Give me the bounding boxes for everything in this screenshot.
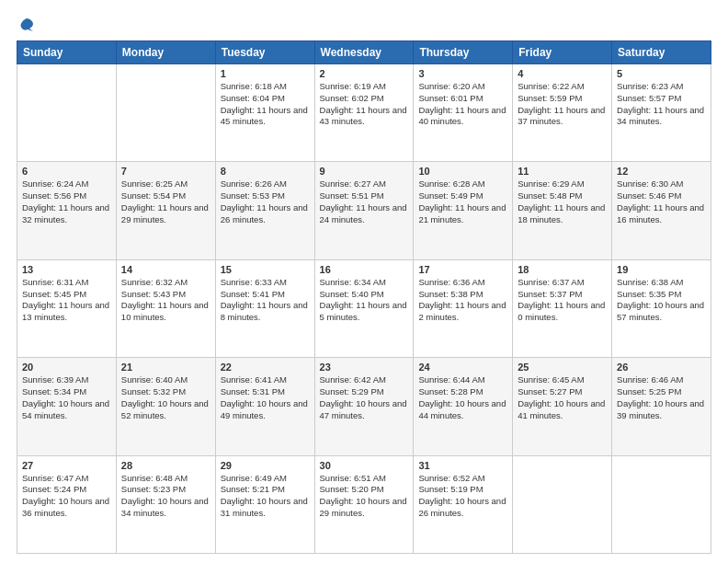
day-of-week-header: Thursday xyxy=(414,41,513,64)
day-info: Daylight: 10 hours and 29 minutes. xyxy=(320,496,409,520)
day-info: Daylight: 10 hours and 44 minutes. xyxy=(418,398,507,422)
day-of-week-header: Friday xyxy=(513,41,612,64)
calendar-week-row: 20Sunrise: 6:39 AMSunset: 5:34 PMDayligh… xyxy=(17,358,711,455)
day-of-week-header: Sunday xyxy=(17,41,117,64)
day-number: 12 xyxy=(617,166,706,177)
day-info: Sunrise: 6:18 AM xyxy=(221,81,310,93)
day-info: Daylight: 10 hours and 57 minutes. xyxy=(617,300,706,324)
calendar-day-cell: 12Sunrise: 6:30 AMSunset: 5:46 PMDayligh… xyxy=(612,162,711,259)
day-info: Daylight: 10 hours and 47 minutes. xyxy=(320,398,409,422)
day-info: Sunrise: 6:22 AM xyxy=(518,81,607,93)
day-info: Sunrise: 6:36 AM xyxy=(418,277,507,289)
day-info: Sunset: 6:04 PM xyxy=(221,93,310,105)
day-info: Sunrise: 6:49 AM xyxy=(221,473,310,485)
day-info: Sunset: 5:23 PM xyxy=(121,484,210,496)
day-number: 25 xyxy=(518,362,607,373)
calendar-day-cell: 1Sunrise: 6:18 AMSunset: 6:04 PMDaylight… xyxy=(215,64,314,162)
calendar-day-cell: 10Sunrise: 6:28 AMSunset: 5:49 PMDayligh… xyxy=(414,162,513,259)
day-info: Daylight: 10 hours and 36 minutes. xyxy=(22,496,111,520)
day-info: Daylight: 10 hours and 34 minutes. xyxy=(121,496,210,520)
day-info: Daylight: 11 hours and 45 minutes. xyxy=(221,105,310,129)
day-number: 19 xyxy=(617,264,706,275)
calendar-day-cell: 6Sunrise: 6:24 AMSunset: 5:56 PMDaylight… xyxy=(17,162,117,259)
calendar-day-cell xyxy=(513,455,612,553)
day-info: Sunset: 5:25 PM xyxy=(617,386,706,398)
calendar-day-cell: 18Sunrise: 6:37 AMSunset: 5:37 PMDayligh… xyxy=(513,259,612,357)
day-info: Daylight: 11 hours and 34 minutes. xyxy=(617,105,706,129)
day-info: Sunset: 5:37 PM xyxy=(518,289,607,301)
day-info: Sunset: 5:31 PM xyxy=(221,386,310,398)
day-info: Sunset: 5:19 PM xyxy=(418,484,507,496)
day-info: Sunrise: 6:25 AM xyxy=(121,178,210,190)
day-number: 4 xyxy=(518,68,607,79)
day-info: Sunset: 5:27 PM xyxy=(518,386,607,398)
day-info: Sunrise: 6:31 AM xyxy=(22,277,111,289)
day-info: Sunrise: 6:26 AM xyxy=(221,178,310,190)
day-number: 31 xyxy=(418,460,507,471)
calendar-day-cell xyxy=(17,64,117,162)
day-info: Daylight: 11 hours and 8 minutes. xyxy=(221,300,310,324)
day-info: Sunrise: 6:38 AM xyxy=(617,277,706,289)
day-info: Sunset: 5:43 PM xyxy=(121,289,210,301)
day-info: Sunrise: 6:33 AM xyxy=(221,277,310,289)
day-info: Sunrise: 6:48 AM xyxy=(121,473,210,485)
day-number: 28 xyxy=(121,460,210,471)
day-info: Sunrise: 6:24 AM xyxy=(22,178,111,190)
day-info: Sunset: 5:59 PM xyxy=(518,93,607,105)
day-number: 20 xyxy=(22,362,111,373)
calendar-day-cell: 7Sunrise: 6:25 AMSunset: 5:54 PMDaylight… xyxy=(116,162,215,259)
calendar-week-row: 27Sunrise: 6:47 AMSunset: 5:24 PMDayligh… xyxy=(17,455,711,553)
day-info: Sunset: 5:40 PM xyxy=(320,289,409,301)
day-number: 13 xyxy=(22,264,111,275)
page: SundayMondayTuesdayWednesdayThursdayFrid… xyxy=(0,0,728,563)
day-info: Sunset: 5:20 PM xyxy=(320,484,409,496)
day-info: Sunrise: 6:42 AM xyxy=(320,374,409,386)
calendar-day-cell: 8Sunrise: 6:26 AMSunset: 5:53 PMDaylight… xyxy=(215,162,314,259)
calendar-day-cell: 16Sunrise: 6:34 AMSunset: 5:40 PMDayligh… xyxy=(314,259,414,357)
day-info: Daylight: 10 hours and 41 minutes. xyxy=(518,398,607,422)
day-number: 3 xyxy=(418,68,507,79)
day-info: Daylight: 11 hours and 0 minutes. xyxy=(518,300,607,324)
day-info: Daylight: 10 hours and 39 minutes. xyxy=(617,398,706,422)
day-info: Sunrise: 6:30 AM xyxy=(617,178,706,190)
day-info: Sunrise: 6:28 AM xyxy=(418,178,507,190)
day-info: Sunset: 5:24 PM xyxy=(22,484,111,496)
day-info: Sunset: 5:51 PM xyxy=(320,190,409,202)
day-number: 10 xyxy=(418,166,507,177)
day-number: 11 xyxy=(518,166,607,177)
calendar-day-cell: 11Sunrise: 6:29 AMSunset: 5:48 PMDayligh… xyxy=(513,162,612,259)
calendar-week-row: 13Sunrise: 6:31 AMSunset: 5:45 PMDayligh… xyxy=(17,259,711,357)
day-number: 8 xyxy=(221,166,310,177)
calendar-header-row: SundayMondayTuesdayWednesdayThursdayFrid… xyxy=(17,41,711,64)
day-info: Sunset: 6:02 PM xyxy=(320,93,409,105)
day-info: Sunrise: 6:19 AM xyxy=(320,81,409,93)
day-info: Daylight: 10 hours and 49 minutes. xyxy=(221,398,310,422)
calendar-week-row: 6Sunrise: 6:24 AMSunset: 5:56 PMDaylight… xyxy=(17,162,711,259)
calendar-day-cell: 13Sunrise: 6:31 AMSunset: 5:45 PMDayligh… xyxy=(17,259,117,357)
header xyxy=(17,17,711,31)
day-number: 17 xyxy=(418,264,507,275)
day-info: Sunset: 6:01 PM xyxy=(418,93,507,105)
day-info: Sunset: 5:56 PM xyxy=(22,190,111,202)
day-info: Sunset: 5:46 PM xyxy=(617,190,706,202)
calendar-day-cell: 5Sunrise: 6:23 AMSunset: 5:57 PMDaylight… xyxy=(612,64,711,162)
day-info: Sunset: 5:54 PM xyxy=(121,190,210,202)
calendar-day-cell: 2Sunrise: 6:19 AMSunset: 6:02 PMDaylight… xyxy=(314,64,414,162)
day-info: Sunrise: 6:23 AM xyxy=(617,81,706,93)
day-number: 24 xyxy=(418,362,507,373)
day-info: Sunrise: 6:29 AM xyxy=(518,178,607,190)
calendar-day-cell: 15Sunrise: 6:33 AMSunset: 5:41 PMDayligh… xyxy=(215,259,314,357)
day-of-week-header: Saturday xyxy=(612,41,711,64)
day-of-week-header: Wednesday xyxy=(314,41,414,64)
day-number: 23 xyxy=(320,362,409,373)
calendar-day-cell: 24Sunrise: 6:44 AMSunset: 5:28 PMDayligh… xyxy=(414,358,513,455)
day-info: Sunrise: 6:39 AM xyxy=(22,374,111,386)
day-info: Daylight: 11 hours and 29 minutes. xyxy=(121,202,210,226)
day-info: Daylight: 11 hours and 21 minutes. xyxy=(418,202,507,226)
logo-bird-icon xyxy=(18,17,35,33)
day-info: Sunrise: 6:27 AM xyxy=(320,178,409,190)
day-info: Daylight: 11 hours and 2 minutes. xyxy=(418,300,507,324)
calendar-day-cell: 9Sunrise: 6:27 AMSunset: 5:51 PMDaylight… xyxy=(314,162,414,259)
day-of-week-header: Tuesday xyxy=(215,41,314,64)
day-info: Daylight: 10 hours and 54 minutes. xyxy=(22,398,111,422)
